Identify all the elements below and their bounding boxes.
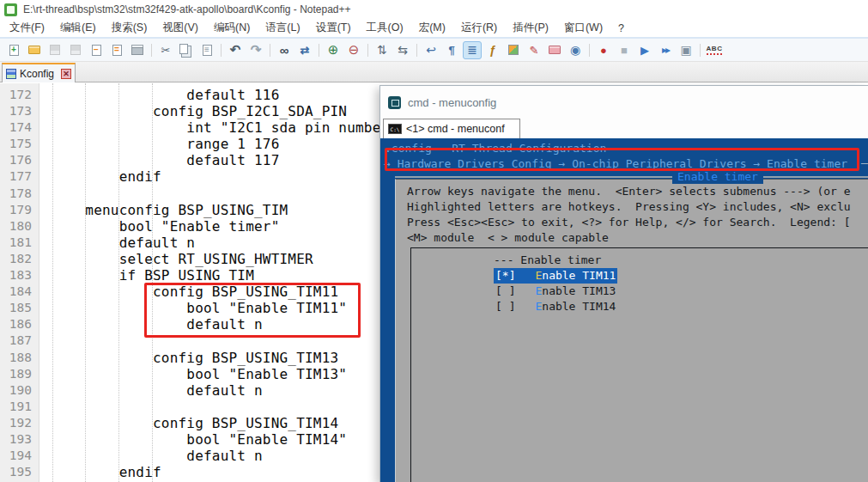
macro-save-icon[interactable]: ▣ bbox=[677, 41, 695, 59]
find-icon[interactable]: ∞ bbox=[275, 41, 294, 59]
sync-vertical-scroll-icon[interactable]: ⇅ bbox=[373, 41, 392, 59]
window-title: E:\rt-thread\bsp\stm32\stm32f429-atk-apo… bbox=[23, 3, 351, 15]
menu-checkbox-item[interactable]: [*]Enable TIM11 bbox=[494, 268, 617, 284]
code-text: config BSP_USING_TIM13 bbox=[39, 350, 338, 366]
dialog-title: Enable timer bbox=[672, 170, 763, 184]
checkbox-state: [ ] bbox=[495, 300, 515, 313]
menu-group-label: --- Enable timer bbox=[494, 253, 617, 268]
tab-close-icon[interactable]: ✕ bbox=[61, 69, 71, 79]
menu-checkbox-item[interactable]: [ ]Enable TIM13 bbox=[494, 284, 617, 299]
copy-icon[interactable] bbox=[177, 41, 196, 59]
annotation-red-box-breadcrumb bbox=[385, 148, 859, 171]
line-number: 194 bbox=[0, 448, 39, 464]
new-file-icon[interactable]: + bbox=[4, 41, 23, 59]
menu-item[interactable]: 窗口(W) bbox=[556, 18, 610, 38]
menu-item[interactable]: 插件(P) bbox=[505, 18, 556, 38]
print-icon[interactable] bbox=[128, 41, 147, 59]
menu-item[interactable]: 编码(N) bbox=[206, 18, 258, 38]
menu-item[interactable]: 文件(F) bbox=[2, 18, 52, 38]
tab-kconfig[interactable]: Kconfig ✕ bbox=[2, 63, 76, 82]
paste-icon[interactable]: ≡ bbox=[197, 41, 216, 59]
code-text bbox=[39, 333, 52, 349]
close-doc-icon[interactable]: − bbox=[87, 41, 106, 59]
cmd-console-tab[interactable]: C:\ <1> cmd - menuconf bbox=[383, 119, 520, 138]
document-map-icon[interactable] bbox=[504, 41, 523, 59]
line-number: 175 bbox=[0, 136, 39, 152]
macro-run-multiple-icon[interactable]: ▸▸ bbox=[656, 41, 675, 59]
screen: E:\rt-thread\bsp\stm32\stm32f429-atk-apo… bbox=[0, 0, 868, 482]
menu-item[interactable]: 工具(O) bbox=[359, 18, 411, 38]
line-number: 181 bbox=[0, 235, 39, 251]
menu-item[interactable]: 运行(R) bbox=[453, 18, 505, 38]
notepadpp-app-icon bbox=[4, 3, 17, 16]
toolbar-separator bbox=[319, 44, 319, 57]
dialog-top-border bbox=[395, 176, 868, 178]
toolbar-separator bbox=[221, 44, 222, 57]
zoom-out-icon[interactable]: ⊖ bbox=[344, 41, 363, 59]
code-text: default n bbox=[39, 235, 195, 251]
menu-list-box bbox=[410, 247, 868, 482]
save-icon[interactable] bbox=[46, 41, 64, 59]
line-number: 193 bbox=[0, 431, 39, 448]
item-label: nable TIM14 bbox=[542, 300, 616, 313]
code-text: range 1 176 bbox=[39, 136, 280, 152]
line-number: 185 bbox=[0, 300, 39, 316]
menu-item[interactable]: 搜索(S) bbox=[104, 18, 155, 38]
save-all-icon[interactable] bbox=[66, 41, 85, 59]
macro-stop-icon[interactable]: ■ bbox=[615, 41, 634, 59]
menu-checkbox-item[interactable]: [ ]Enable TIM14 bbox=[494, 299, 617, 314]
terminal[interactable]: .config - RT-Thread Configuration → Hard… bbox=[380, 138, 868, 482]
code-text: bool "Enable timer" bbox=[39, 218, 280, 235]
spell-check-icon[interactable]: ABC bbox=[705, 41, 724, 59]
line-number: 179 bbox=[0, 202, 39, 218]
code-text bbox=[39, 399, 52, 415]
notepadpp-titlebar[interactable]: E:\rt-thread\bsp\stm32\stm32f429-atk-apo… bbox=[0, 0, 868, 19]
redo-icon[interactable]: ↷ bbox=[246, 41, 265, 59]
line-number: 192 bbox=[0, 415, 39, 431]
line-number: 191 bbox=[0, 399, 39, 415]
cmd-prompt-icon: C:\ bbox=[388, 124, 402, 134]
line-number: 172 bbox=[0, 87, 39, 103]
notepadpp-window: E:\rt-thread\bsp\stm32\stm32f429-atk-apo… bbox=[0, 0, 868, 82]
undo-icon[interactable]: ↶ bbox=[226, 41, 245, 59]
menu-item[interactable]: ? bbox=[610, 20, 632, 37]
document-list-icon[interactable]: ✎ bbox=[525, 41, 543, 59]
menu-item[interactable]: 编辑(E) bbox=[52, 18, 104, 38]
help-line: Highlighted letters are hotkeys. Pressin… bbox=[407, 199, 851, 215]
line-number: 178 bbox=[0, 186, 39, 202]
folder-as-workspace-icon[interactable] bbox=[545, 41, 564, 59]
help-line: Arrow keys navigate the menu. <Enter> se… bbox=[407, 184, 851, 199]
menu-item[interactable]: 宏(M) bbox=[411, 18, 453, 38]
show-all-characters-icon[interactable]: ¶ bbox=[442, 41, 461, 59]
monitoring-eye-icon[interactable]: ◉ bbox=[566, 41, 585, 59]
sync-horizontal-scroll-icon[interactable]: ⇆ bbox=[393, 41, 412, 59]
toolbar-separator bbox=[589, 44, 590, 57]
toolbar-separator bbox=[700, 44, 701, 57]
indent-guide-icon[interactable]: ≣ bbox=[463, 41, 482, 59]
line-number: 188 bbox=[0, 350, 39, 366]
word-wrap-icon[interactable]: ↩ bbox=[422, 41, 440, 59]
function-list-icon[interactable]: ƒ bbox=[483, 41, 502, 59]
line-number: 187 bbox=[0, 333, 39, 349]
cut-icon[interactable]: ✂ bbox=[156, 41, 175, 59]
menu-item[interactable]: 设置(T) bbox=[308, 18, 359, 38]
macro-record-icon[interactable]: ● bbox=[594, 41, 613, 59]
cmd-titlebar[interactable]: cmd - menuconfig bbox=[380, 86, 868, 119]
menu-item[interactable]: 视图(V) bbox=[155, 18, 206, 38]
item-label: nable TIM13 bbox=[542, 284, 616, 297]
menuconfig-help-text: Arrow keys navigate the menu. <Enter> se… bbox=[407, 184, 851, 246]
menu-item[interactable]: 语言(L) bbox=[258, 18, 307, 38]
line-number: 173 bbox=[0, 103, 39, 119]
open-folder-icon[interactable] bbox=[25, 41, 44, 59]
checkbox-state: [ ] bbox=[495, 284, 515, 297]
line-number: 180 bbox=[0, 218, 39, 235]
macro-play-icon[interactable]: ▶ bbox=[635, 41, 654, 59]
help-line: Press <Esc><Esc> to exit, <?> for Help, … bbox=[407, 215, 851, 230]
line-number: 186 bbox=[0, 316, 39, 333]
close-all-docs-icon[interactable]: = bbox=[107, 41, 126, 59]
line-number: 190 bbox=[0, 382, 39, 399]
zoom-in-icon[interactable]: ⊕ bbox=[324, 41, 343, 59]
code-text: default n bbox=[39, 448, 263, 464]
replace-icon[interactable]: ⇄ bbox=[295, 41, 314, 59]
cmd-window-title: cmd - menuconfig bbox=[408, 96, 496, 109]
